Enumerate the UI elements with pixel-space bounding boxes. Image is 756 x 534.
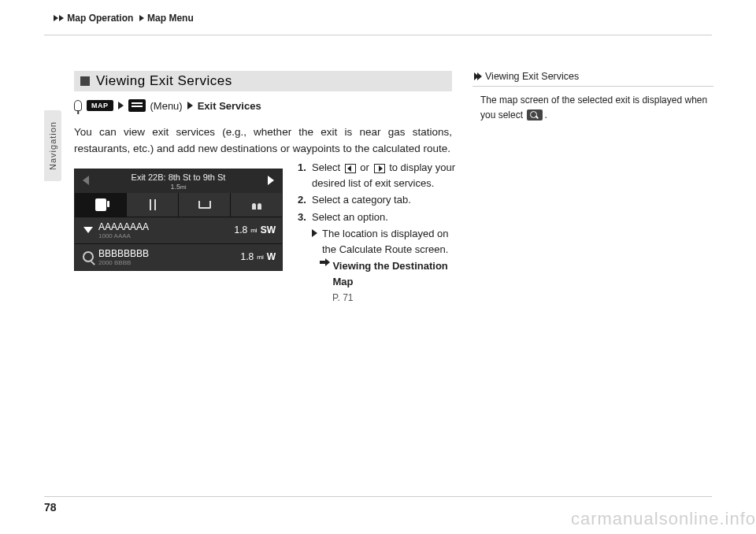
right-button-icon [374, 164, 385, 173]
square-bullet-icon [80, 76, 90, 86]
step-text: Select [312, 161, 343, 173]
bed-icon [198, 201, 211, 209]
tab-lodging [179, 193, 231, 217]
breadcrumb: Map Operation Map Menu [54, 13, 194, 24]
cross-ref-page: P. 71 [332, 291, 353, 305]
tip-text: The map screen of the selected exit is d… [480, 95, 707, 121]
section-title: Viewing Exit Services [96, 73, 232, 89]
restaurant-icon [148, 199, 158, 210]
magnifier-icon [83, 251, 94, 262]
map-button-icon: MAP [87, 100, 113, 111]
chevron-right-icon [59, 15, 64, 21]
page-number: 78 [44, 501, 57, 514]
body-text: You can view exit services (e.g., whethe… [74, 124, 452, 158]
tip-title: Viewing Exit Services [485, 71, 579, 82]
watermark: carmanualsonline.info [571, 509, 756, 529]
path-destination: Exit Services [198, 100, 261, 112]
poi-direction: SW [261, 224, 276, 235]
step-text: Select an option. [312, 210, 388, 225]
poi-direction: W [267, 251, 276, 262]
step-text: Select a category tab. [312, 192, 411, 208]
arrow-left-icon [83, 176, 89, 185]
operation-path: MAP (Menu) Exit Services [74, 99, 452, 112]
divider [44, 35, 712, 35]
left-button-icon [345, 164, 356, 173]
path-text: (Menu) [150, 100, 183, 112]
poi-distance: 1.8 [241, 251, 254, 262]
tip-heading: Viewing Exit Services [472, 71, 713, 87]
voice-icon [74, 100, 82, 111]
divider [44, 496, 712, 497]
double-chevron-icon [474, 72, 480, 80]
fuel-icon [95, 198, 106, 211]
breadcrumb-part: Map Menu [147, 13, 194, 24]
category-tabs [75, 193, 282, 217]
list-item: AAAAAAAA 1000 AAAA 1.8mi SW [75, 217, 282, 243]
chevron-right-icon [54, 15, 58, 21]
step-list: 1.Select or to display your desired list… [298, 160, 455, 306]
screenshot-subtitle: 1.5 [171, 183, 181, 191]
breadcrumb-part: Map Operation [67, 13, 133, 24]
step-subtext: The location is displayed on the Calcula… [322, 226, 455, 257]
arrow-down-icon [83, 227, 93, 233]
restroom-icon [251, 200, 262, 210]
map-magnifier-icon [527, 109, 543, 121]
screenshot-title: Exit 22B: 8th St to 9th St [132, 172, 226, 183]
poi-distance: 1.8 [235, 224, 248, 235]
side-tab-label: Navigation [48, 121, 57, 170]
chevron-right-icon [118, 102, 124, 109]
side-tab: Navigation [44, 110, 61, 181]
menu-button-icon [128, 99, 146, 112]
chevron-right-icon [139, 15, 144, 21]
tip-text: . [544, 109, 547, 121]
tip-body: The map screen of the selected exit is d… [472, 87, 713, 122]
chevron-right-icon [312, 229, 317, 237]
tab-rest [231, 193, 282, 217]
tab-food [127, 193, 179, 217]
list-item: BBBBBBBB 2000 BBBB 1.8mi W [75, 243, 282, 270]
chevron-right-icon [187, 102, 193, 109]
arrow-right-icon [268, 176, 274, 185]
tab-fuel [75, 193, 127, 217]
link-arrow-icon [320, 258, 329, 266]
poi-sub: 1000 AAAA [98, 232, 235, 239]
step-text: or [358, 161, 372, 173]
poi-name: BBBBBBBB [98, 248, 241, 259]
cross-ref-link: Viewing the Destination Map [332, 258, 455, 289]
ui-screenshot: Exit 22B: 8th St to 9th St 1.5mi AAAAAAA… [74, 169, 283, 271]
poi-sub: 2000 BBBB [98, 259, 241, 266]
section-heading: Viewing Exit Services [74, 71, 452, 91]
poi-name: AAAAAAAA [98, 221, 235, 232]
